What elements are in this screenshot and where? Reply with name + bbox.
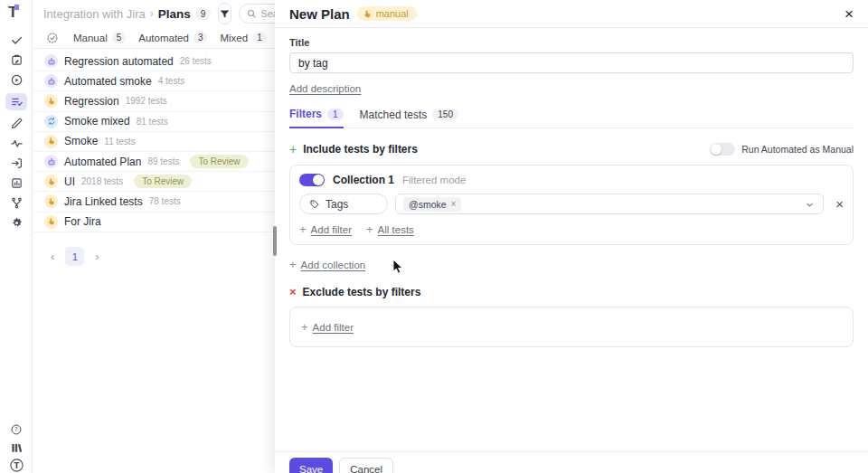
scrollbar-thumb[interactable] [273, 226, 277, 256]
plans-count-badge: 9 [195, 8, 212, 20]
add-description-link[interactable]: Add description [289, 83, 361, 94]
collection-card: Collection 1 Filtered mode Tags @smoke ×… [289, 165, 854, 245]
plan-row[interactable]: Jira Linked tests 78 tests [33, 192, 275, 212]
hand-icon [44, 215, 58, 229]
breadcrumb[interactable]: Integration with Jira [43, 7, 146, 21]
tags-value-input[interactable]: @smoke × [395, 194, 824, 214]
sidebar-item-analytics[interactable] [5, 137, 27, 150]
hand-icon [44, 135, 58, 148]
sidebar-item-import[interactable] [5, 156, 27, 170]
list-header: Integration with Jira › Plans 9 × [33, 0, 275, 27]
bar-chart-icon [10, 176, 24, 190]
collection-mode: Filtered mode [402, 175, 466, 185]
plan-row[interactable]: Smoke mixed 81 tests [33, 112, 275, 132]
import-icon [10, 156, 24, 170]
gear-icon [10, 216, 24, 230]
next-page-button[interactable]: › [95, 250, 99, 263]
tab-mixed[interactable]: Mixed1 [220, 32, 266, 43]
help-icon: ? [10, 423, 23, 436]
plan-type-badge: manual [357, 6, 417, 21]
collection-name: Collection 1 [333, 174, 394, 186]
sidebar-item-editor[interactable] [5, 117, 27, 130]
tab-filters[interactable]: Filters1 [289, 108, 344, 128]
matched-count-badge: 150 [432, 109, 458, 120]
select-all-icon[interactable] [46, 32, 59, 44]
tab-count: 3 [193, 32, 208, 43]
books-icon [10, 441, 23, 454]
sidebar-item-tests[interactable] [5, 33, 27, 47]
close-icon[interactable]: × [844, 6, 854, 22]
docs-button[interactable] [5, 440, 27, 454]
status-badge: To Review [190, 155, 248, 168]
plan-row[interactable]: Regression automated 26 tests [33, 52, 275, 71]
plan-row[interactable]: Regression 1992 tests [33, 91, 275, 111]
app-logo[interactable]: T [8, 5, 17, 20]
page-1-button[interactable]: 1 [65, 247, 84, 266]
run-automated-label: Run Automated as Manual [741, 144, 854, 155]
save-button[interactable]: Save [289, 458, 333, 473]
breadcrumb-separator: › [150, 7, 154, 20]
plans-rows: Regression automated 26 tests Automated … [33, 52, 275, 232]
sidebar-item-suites[interactable] [5, 53, 27, 67]
title-label: Title [289, 37, 854, 48]
check-icon [10, 33, 24, 47]
filter-button[interactable] [218, 3, 231, 24]
exclude-section-title: Exclude tests by filters [303, 286, 421, 298]
collection-filter-row: Tags @smoke × × [299, 194, 844, 214]
prev-page-button[interactable]: ‹ [51, 250, 54, 263]
sidebar-item-settings[interactable] [5, 216, 27, 230]
robot-icon [44, 54, 58, 68]
plus-icon[interactable]: + [289, 142, 297, 156]
board-icon [10, 53, 24, 67]
svg-text:T: T [14, 461, 19, 470]
play-circle-icon [10, 73, 24, 87]
plan-row[interactable]: For Jira [33, 213, 275, 232]
chevron-down-icon[interactable] [805, 200, 815, 210]
plan-type-tabs: Manual5 Automated3 Mixed1 Generated [33, 27, 275, 49]
drawer-header: New Plan manual × [275, 0, 868, 28]
tab-automated[interactable]: Automated3 [138, 32, 207, 43]
sidebar-nav [0, 33, 33, 230]
search-icon [246, 8, 257, 19]
pulse-icon [10, 137, 24, 150]
hand-icon [44, 175, 58, 188]
funnel-icon [219, 8, 231, 20]
plan-row[interactable]: Automated smoke 4 tests [33, 71, 275, 91]
sidebar-item-runs[interactable] [5, 73, 27, 87]
tab-manual[interactable]: Manual5 [73, 32, 126, 43]
add-collection-link[interactable]: +Add collection [289, 258, 365, 271]
chip-remove-icon[interactable]: × [451, 200, 457, 209]
remove-filter-icon[interactable]: × [835, 197, 844, 211]
tab-count: 5 [112, 32, 127, 43]
tab-matched-tests[interactable]: Matched tests150 [360, 108, 458, 128]
include-section-title: Include tests by filters [303, 143, 418, 156]
add-filter-link[interactable]: +Add filter [299, 222, 352, 236]
tags-selector[interactable]: Tags [299, 194, 388, 214]
exclude-x-icon[interactable]: × [289, 285, 297, 298]
run-automated-toggle[interactable] [710, 143, 735, 156]
sidebar-item-reports[interactable] [5, 176, 27, 190]
svg-text:?: ? [14, 426, 17, 433]
plan-title-input[interactable] [289, 52, 854, 73]
drawer-footer: Save Cancel [275, 451, 868, 473]
tag-icon [309, 199, 320, 210]
plan-row[interactable]: Automated Plan 89 tests To Review [33, 152, 275, 172]
collection-toggle[interactable] [299, 174, 325, 186]
status-badge: To Review [134, 175, 192, 188]
help-button[interactable]: ? [5, 422, 27, 436]
cancel-button[interactable]: Cancel [339, 458, 393, 473]
plan-row[interactable]: Smoke 11 tests [33, 132, 275, 152]
pagination: ‹ 1 › [33, 247, 99, 266]
sidebar-item-plans[interactable] [5, 93, 27, 110]
accessibility-button[interactable]: T [5, 459, 27, 472]
filters-count-badge: 1 [327, 109, 344, 120]
exclude-add-filter-link[interactable]: +Add filter [301, 320, 354, 334]
new-plan-drawer: New Plan manual × Title Add description … [275, 0, 868, 473]
collection-actions: +Add filter +All tests [299, 222, 844, 236]
plan-row[interactable]: UI 2018 tests To Review [33, 172, 275, 192]
include-section-header: + Include tests by filters Run Automated… [289, 142, 854, 156]
filter-tabs: Filters1 Matched tests150 [289, 108, 854, 128]
sidebar-item-branches[interactable] [5, 196, 27, 210]
all-tests-link[interactable]: +All tests [366, 222, 414, 236]
add-collection-row: +Add collection [289, 258, 854, 271]
